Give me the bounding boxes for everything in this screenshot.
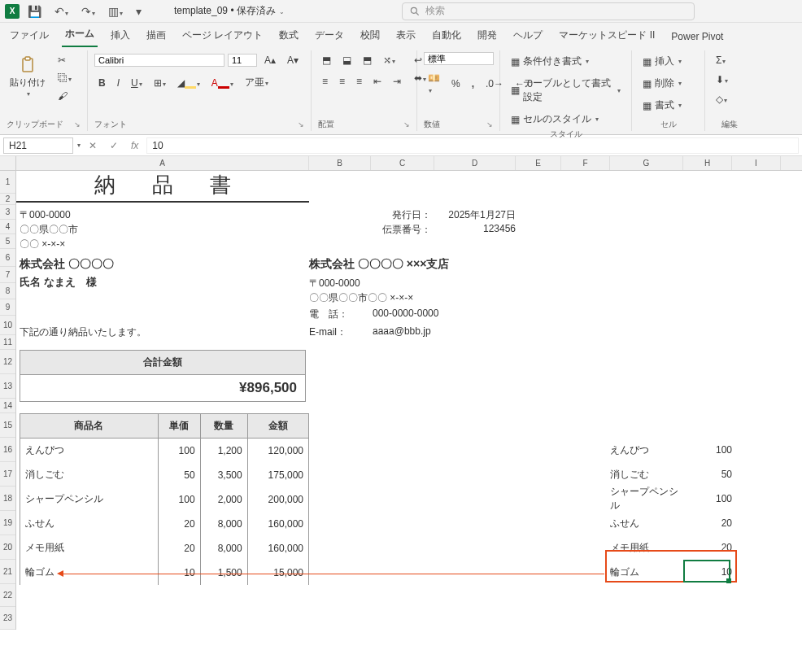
number-format-select[interactable] (424, 52, 494, 65)
save-icon[interactable]: 💾 (23, 3, 46, 20)
decrease-font-icon[interactable]: A▾ (283, 52, 303, 68)
align-right-icon[interactable]: ≡ (352, 73, 366, 89)
fill-icon[interactable]: ⬇▾ (712, 72, 732, 88)
col-header[interactable]: I (732, 156, 781, 170)
indent-decrease-icon[interactable]: ⇤ (369, 73, 386, 89)
row-header[interactable]: 20 (0, 535, 15, 560)
fill-color-button[interactable]: ◢▾ (173, 75, 204, 91)
tab-home[interactable]: ホーム (62, 22, 98, 47)
tab-developer[interactable]: 開発 (474, 24, 500, 47)
insert-cells-button[interactable]: ▦ 挿入▾ (639, 52, 686, 71)
search-input[interactable]: 検索 (402, 2, 695, 20)
align-middle-icon[interactable]: ⬓ (338, 52, 355, 68)
paste-button[interactable]: 貼り付け ▾ (7, 52, 49, 101)
redo-icon[interactable]: ↷▾ (76, 3, 100, 20)
tab-insert[interactable]: 挿入 (107, 24, 133, 47)
cell-styles-button[interactable]: ▦ セルのスタイル▾ (507, 110, 625, 129)
border-button[interactable]: ⊞▾ (150, 75, 170, 91)
format-painter-icon[interactable]: 🖌 (54, 88, 76, 104)
spreadsheet-grid[interactable]: 1 2 3 4 5 6 7 8 9 10 11 12 13 14 15 16 1… (0, 156, 802, 672)
tab-file[interactable]: ファイル (7, 24, 52, 47)
col-header[interactable]: D (434, 156, 516, 170)
row-header[interactable]: 1 (0, 171, 15, 194)
fx-icon[interactable]: fx (126, 140, 143, 151)
row-header[interactable]: 12 (0, 350, 15, 374)
row-header[interactable]: 9 (0, 299, 15, 316)
tab-powerpivot[interactable]: Power Pivot (668, 26, 726, 47)
increase-font-icon[interactable]: A▴ (260, 52, 280, 68)
tab-automate[interactable]: 自動化 (429, 24, 464, 47)
row-header[interactable]: 4 (0, 220, 15, 234)
col-header[interactable]: H (683, 156, 732, 170)
underline-button[interactable]: U▾ (127, 75, 146, 91)
cancel-formula-icon[interactable]: ✕ (84, 140, 102, 151)
font-color-button[interactable]: A▾ (207, 75, 238, 91)
column-headers: A B C D E F G H I (16, 156, 802, 171)
tab-data[interactable]: データ (312, 24, 347, 47)
format-cells-button[interactable]: ▦ 書式▾ (639, 96, 686, 115)
row-header[interactable]: 6 (0, 249, 15, 267)
font-size-select[interactable] (228, 54, 257, 67)
italic-button[interactable]: I (113, 75, 124, 91)
align-bottom-icon[interactable]: ⬒ (359, 52, 376, 68)
tab-review[interactable]: 校閲 (357, 24, 383, 47)
formula-input[interactable]: 10 (146, 137, 799, 154)
orientation-icon[interactable]: ⤭▾ (379, 52, 399, 68)
row-header[interactable]: 11 (0, 335, 15, 350)
tab-marketspeed[interactable]: マーケットスピード II (556, 24, 658, 47)
font-name-select[interactable] (94, 54, 224, 67)
row-header[interactable]: 19 (0, 511, 15, 535)
qat-form-icon[interactable]: ▥▾ (103, 3, 128, 20)
comma-icon[interactable]: , (468, 76, 478, 92)
col-header[interactable]: B (309, 156, 371, 170)
accept-formula-icon[interactable]: ✓ (105, 140, 123, 151)
row-header[interactable]: 17 (0, 462, 15, 487)
tab-view[interactable]: 表示 (393, 24, 419, 47)
cut-icon[interactable]: ✂ (54, 52, 76, 68)
phonetic-button[interactable]: ア亜▾ (241, 73, 272, 92)
tab-pagelayout[interactable]: ページ レイアウト (179, 24, 266, 47)
row-header[interactable]: 21 (0, 560, 15, 584)
row-header[interactable]: 5 (0, 234, 15, 249)
col-header[interactable]: C (371, 156, 434, 170)
row-header[interactable]: 8 (0, 283, 15, 299)
ribbon: 貼り付け ▾ ✂ ⿻▾ 🖌 クリップボード↘ A▴ A▾ B (0, 47, 802, 135)
namebox-dropdown-icon[interactable]: ▾ (77, 142, 81, 149)
row-header[interactable]: 22 (0, 584, 15, 607)
conditional-format-button[interactable]: ▦ 条件付き書式▾ (507, 52, 625, 71)
row-header[interactable]: 2 (0, 194, 15, 205)
tab-draw[interactable]: 描画 (143, 24, 169, 47)
col-header[interactable]: E (516, 156, 561, 170)
row-header[interactable]: 23 (0, 607, 15, 630)
select-all-button[interactable] (0, 156, 16, 171)
tab-help[interactable]: ヘルプ (510, 24, 546, 47)
qat-customize-icon[interactable]: ▾ (131, 3, 146, 20)
align-center-icon[interactable]: ≡ (335, 73, 349, 89)
copy-icon[interactable]: ⿻▾ (54, 70, 76, 86)
delete-cells-button[interactable]: ▦ 削除▾ (639, 74, 686, 93)
tab-formulas[interactable]: 数式 (276, 24, 302, 47)
active-cell[interactable] (683, 560, 730, 583)
clear-icon[interactable]: ◇▾ (712, 91, 732, 107)
row-header[interactable]: 16 (0, 438, 15, 462)
indent-increase-icon[interactable]: ⇥ (389, 73, 405, 89)
col-header[interactable]: A (16, 156, 309, 170)
autosum-icon[interactable]: Σ▾ (712, 52, 732, 68)
bold-button[interactable]: B (94, 75, 110, 91)
row-header[interactable]: 10 (0, 316, 15, 335)
col-header[interactable]: G (610, 156, 683, 170)
undo-icon[interactable]: ↶▾ (50, 3, 73, 20)
row-header[interactable]: 18 (0, 487, 15, 511)
row-header[interactable]: 7 (0, 267, 15, 283)
currency-icon[interactable]: 💴▾ (424, 70, 444, 98)
align-left-icon[interactable]: ≡ (318, 73, 332, 89)
align-top-icon[interactable]: ⬒ (318, 52, 335, 68)
row-header[interactable]: 14 (0, 399, 15, 413)
row-header[interactable]: 15 (0, 413, 15, 438)
col-header[interactable]: F (561, 156, 610, 170)
name-box[interactable]: H21 (3, 137, 73, 154)
percent-icon[interactable]: % (447, 76, 464, 92)
format-as-table-button[interactable]: ▦ テーブルとして書式設定▾ (507, 74, 625, 107)
row-header[interactable]: 3 (0, 205, 15, 220)
row-header[interactable]: 13 (0, 374, 15, 399)
